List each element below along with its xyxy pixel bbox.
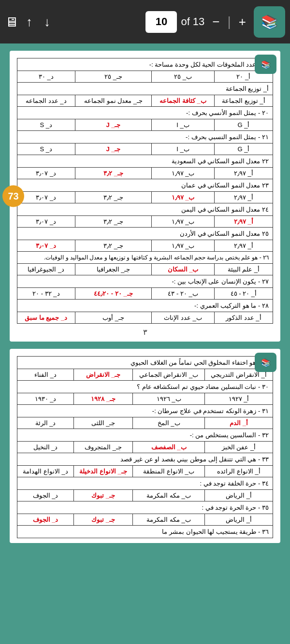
question-30-row: ٣٠ - نبات البنسلين مضاد حيوي تم استكشافه… xyxy=(17,381,273,393)
question-25-row: ٢٥ معدل النمو السكاني في الأردن xyxy=(17,228,273,240)
ans-21-a: أ_ G xyxy=(214,143,273,155)
ans-29-d: د_ الفناء xyxy=(17,369,74,381)
ans-32-d: د_ النخيل xyxy=(17,442,74,453)
ans-23-a: أ_ ٢٫٩٧ xyxy=(214,192,273,203)
answer-19-row: أ_ ٢٠ ب_ ٢٥ جـ_ ٢٥ د_ ٣٠ xyxy=(17,71,273,83)
ans-35-d: د_ الجوف xyxy=(17,514,74,526)
ans-28-a: أ_ عدد الذكور xyxy=(214,312,273,324)
answer-21-row: أ_ G ب_ I جـ_ J د_ S xyxy=(17,143,273,155)
answer-28-row: أ_ عدد الذكور ب_ عدد الإناث جـ_ أوب د_ ج… xyxy=(17,312,273,324)
ans-31-d: د_ الرئة xyxy=(17,417,74,429)
toolbar-left: 📚 + | − of 13 xyxy=(145,6,285,38)
ans-22-d: د_ ٣٫٠٧ xyxy=(17,168,75,179)
ans-26-c: جـ_ الجغرافيا xyxy=(75,264,152,275)
ans-21-b: ب_ I xyxy=(152,143,215,155)
ans-22-c: جـ_ ٣٫٢ xyxy=(75,168,152,179)
ans-30-d: د_ ١٩٣٠ xyxy=(17,393,74,405)
question-25-text: ٢٥ معدل النمو السكاني في الأردن xyxy=(17,228,273,240)
answer-30-row: أ_ ١٩٢٧ ب_ ١٩٢٦ جـ_ ١٩٢٨ د_ ١٩٣٠ xyxy=(17,393,273,405)
question-22-text: ٢٢ معدل النمو السكاني في السعودية xyxy=(17,155,273,168)
ans-34-b: ب_ مكه المكرمة xyxy=(133,490,205,501)
answer-34-row: أ_ الرياض ب_ مكه المكرمة جـ_ تبوك د_ الج… xyxy=(17,490,273,501)
ans-24-c: جـ_ ٣٫٢ xyxy=(75,216,152,228)
ans-25-c: جـ_ ٣٫٢ xyxy=(75,240,152,252)
question-28-row: ٢٨ - ما هو التركيب العمري :- xyxy=(17,300,273,312)
ans-32-c: جـ_ المتجروف xyxy=(73,442,132,453)
ans-32-b: ب_ الصفصف xyxy=(133,442,205,453)
ans-24-d: د_ ٣٫٠٧ xyxy=(17,216,75,228)
question-29-text: ٢٩ - هو اختفاء المخلوق الحي تماماً من ال… xyxy=(17,357,273,369)
answer-20-row: أ_ G ب_ I جـ_ J د_ S xyxy=(17,119,273,131)
ans-23-c: جـ_ ٣٫٢ xyxy=(75,192,152,203)
answer-19-b: ب_ ٢٥ xyxy=(152,71,215,83)
ans-23-b: ب_ ١٫٩٧ xyxy=(152,192,215,203)
ans-29-c: جـ_ الانقراض xyxy=(73,369,132,381)
question-27-text: ٢٧ - يكون الإنسان على الإنجاب بين :- xyxy=(17,275,273,288)
question-27-row: ٢٧ - يكون الإنسان على الإنجاب بين :- xyxy=(17,275,273,288)
question-34-text: ٣٤ - حرة الخلفة توجد في : xyxy=(17,477,273,490)
ans-31-c: جـ_ اللثى xyxy=(73,417,132,429)
pages-container: 📚 73 ١٩ - عدد الملخوقات الحية لكل وحدة م… xyxy=(0,43,290,550)
question-33-row: ٣٣ - هي التي تتنقل إلى موطن بيني بقصد او… xyxy=(17,453,273,466)
ans-pop-a: أ_ توزيع الجماعة xyxy=(214,95,273,107)
answer-26-row: أ_ علم البيئة ب_ السكان جـ_ الجغرافيا د_… xyxy=(17,264,273,275)
ans-22-a: أ_ ٢٫٩٧ xyxy=(214,168,273,179)
ans-pop-d: د_ عدد الجماعه xyxy=(17,95,75,107)
toolbar-right: ↓ ↑ 🖥 xyxy=(5,13,54,31)
page-number-input[interactable] xyxy=(145,11,177,33)
ans-35-a: أ_ الرياض xyxy=(204,514,273,526)
ans-28-d: د_ جميع ما سبق xyxy=(17,312,75,324)
question-23-row: ٢٣ معدل النمو السكاني في عمان xyxy=(17,179,273,192)
ans-27-c: جـ_ ٢٠ - ٤٤٫٢٠ xyxy=(75,288,152,300)
divider-1: | xyxy=(228,14,231,29)
question-23-text: ٢٣ معدل النمو السكاني في عمان xyxy=(17,179,273,192)
ans-27-b: ب_ ٢٠ - ٤٣ xyxy=(152,288,215,300)
ans-30-a: أ_ ١٩٢٧ xyxy=(204,393,273,405)
ans-20-a: أ_ G xyxy=(214,119,273,131)
answer-35-row: أ_ الرياض ب_ مكه المكرمة جـ_ تبوك د_ الج… xyxy=(17,514,273,526)
quiz-table-1: ١٩ - عدد الملخوقات الحية لكل وحدة مساحة … xyxy=(17,58,273,324)
answer-19-c: جـ_ ٢٥ xyxy=(75,71,152,83)
question-31-text: ٣١ - زهرة الونكه تستخدم في علاج سرطان :- xyxy=(17,405,273,417)
monitor-icon: 🖥 xyxy=(5,14,18,30)
ans-34-c: جـ_ تبوك xyxy=(73,490,132,501)
ans-24-a: أ_ ٢٫٩٧ xyxy=(214,216,273,228)
question-32-row: ٣٢ - السالسين يستخلص من :- xyxy=(17,429,273,442)
answer-31-row: أ_ الدم ب_ المخ جـ_ اللثى د_ الرئة xyxy=(17,417,273,429)
zoom-in-button[interactable]: + xyxy=(235,13,250,31)
question-population-row: أ_ توزيع الجماعة xyxy=(17,83,273,95)
question-20-row: ٢٠ - يمثل النمو الأنسي بحرف :- xyxy=(17,107,273,119)
ans-34-d: د_ الجوف xyxy=(17,490,74,501)
page-card-2: 📚 ٢٩ - هو اختفاء المخلوق الحي تماماً من … xyxy=(10,349,280,543)
answer-23-row: أ_ ٢٫٩٧ ب_ ١٫٩٧ جـ_ ٣٫٢ د_ ٣٫٠٧ xyxy=(17,192,273,203)
quiz-table-2: ٢٩ - هو اختفاء المخلوق الحي تماماً من ال… xyxy=(17,356,273,538)
question-26-text: ٢٦ - هو علم يختص بدراسة حجم الجماعه البش… xyxy=(17,252,273,264)
question-population-text: أ_ توزيع الجماعة xyxy=(17,83,273,95)
zoom-out-button[interactable]: − xyxy=(208,13,223,31)
ans-34-a: أ_ الرياض xyxy=(204,490,273,501)
arrow-up-button[interactable]: ↑ xyxy=(22,13,36,31)
answer-22-row: أ_ ٢٫٩٧ ب_ ١٫٩٧ جـ_ ٣٫٢ د_ ٣٫٠٧ xyxy=(17,168,273,179)
ans-35-c: جـ_ تبوك xyxy=(73,514,132,526)
question-35-text: ٣٥ - حرة الحرة توجد في : xyxy=(17,501,273,514)
question-30-text: ٣٠ - نبات البنسلين مضاد حيوي تم استكشافه… xyxy=(17,381,273,393)
page-of-label: of 13 xyxy=(181,15,204,28)
answer-32-row: أ_ عفن الخبز ب_ الصفصف جـ_ المتجروف د_ ا… xyxy=(17,442,273,453)
ans-20-c: جـ_ J xyxy=(75,119,152,131)
ans-28-c: جـ_ أوب xyxy=(75,312,152,324)
question-33-text: ٣٣ - هي التي تتنقل إلى موطن بيني بقصد او… xyxy=(17,453,273,466)
ans-27-a: أ_ ٢٠ - ٤٥ xyxy=(214,288,273,300)
question-21-row: ٢١ - يمثل النمو النسبي بحرف :- xyxy=(17,131,273,143)
question-22-row: ٢٢ معدل النمو السكاني في السعودية xyxy=(17,155,273,168)
arrow-down-button[interactable]: ↓ xyxy=(40,13,54,31)
ans-26-a: أ_ علم البيئة xyxy=(214,264,273,275)
ktab-logo-2: 📚 xyxy=(255,353,276,372)
ans-30-b: ب_ ١٩٢٦ xyxy=(133,393,205,405)
answer-25-row: أ_ ٢٫٩٧ ب_ ١٫٩٧ جـ_ ٣٫٢ د_ ٣٫٠٧ xyxy=(17,240,273,252)
ans-26-b: ب_ السكان xyxy=(152,264,215,275)
ans-28-b: ب_ عدد الإناث xyxy=(152,312,215,324)
question-19-text: ١٩ - عدد الملخوقات الحية لكل وحدة مساحة … xyxy=(17,58,273,71)
ans-26-d: د_ الجيوغرافيا xyxy=(17,264,75,275)
question-36-row: ٣٦ - طريقة يستجيب لها الحيوان بمشر ما xyxy=(17,526,273,538)
question-31-row: ٣١ - زهرة الونكه تستخدم في علاج سرطان :- xyxy=(17,405,273,417)
